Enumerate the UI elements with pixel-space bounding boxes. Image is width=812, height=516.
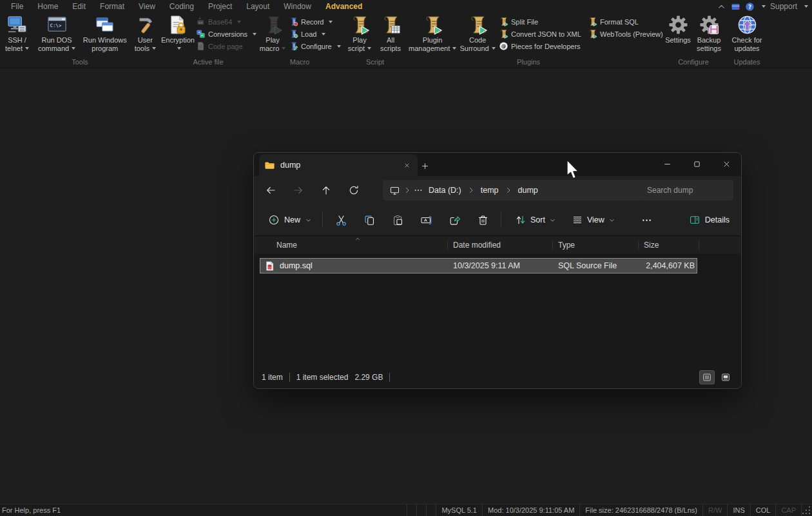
breadcrumb-dump[interactable]: dump: [514, 184, 542, 196]
run-dos-command-button[interactable]: Run DOScommand: [34, 13, 79, 54]
breadcrumb-ellipsis-icon[interactable]: [413, 185, 423, 195]
menu-item-advanced[interactable]: Advanced: [318, 0, 369, 13]
share-icon: [449, 214, 461, 226]
close-button[interactable]: [711, 153, 741, 175]
split-file-button[interactable]: Split File: [499, 15, 588, 28]
new-button[interactable]: New: [262, 210, 318, 230]
minimize-ribbon-icon[interactable]: [717, 2, 726, 12]
base64-button[interactable]: Base64: [196, 15, 256, 28]
column-header-type[interactable]: Type: [553, 240, 639, 250]
chevron-down-icon: [549, 217, 556, 224]
plugin-management-button[interactable]: Pluginmanagement: [407, 13, 458, 54]
minimize-button[interactable]: [652, 153, 682, 175]
all-scripts-button[interactable]: Allscripts: [375, 13, 406, 54]
breadcrumb[interactable]: Data (D:) temp dump: [383, 180, 642, 201]
menu-item-window[interactable]: Window: [276, 0, 318, 13]
details-view-toggle[interactable]: [699, 370, 715, 384]
encryption-button[interactable]: Encryption: [160, 13, 196, 54]
rename-button[interactable]: [412, 209, 440, 231]
cut-button[interactable]: [327, 209, 355, 231]
menu-item-format[interactable]: Format: [93, 0, 131, 13]
code-page-button[interactable]: Code page: [196, 40, 256, 52]
view-button[interactable]: View: [566, 210, 621, 230]
more-options-button[interactable]: [633, 209, 661, 231]
convert-json-icon: [499, 29, 508, 39]
play-macro-icon: [263, 15, 283, 35]
ribbon-customize-icon[interactable]: [731, 2, 740, 12]
convert-json-to-xml-button[interactable]: Convert JSON to XML: [499, 28, 588, 40]
play-script-button[interactable]: Playscript: [344, 13, 375, 54]
breadcrumb-drive[interactable]: Data (D:): [425, 184, 465, 196]
new-tab-button[interactable]: [418, 159, 432, 173]
column-header-size[interactable]: Size: [639, 240, 699, 250]
sort-button[interactable]: Sort: [509, 210, 562, 230]
menu-item-file[interactable]: File: [4, 0, 30, 13]
syntax-highlight-mode[interactable]: MySQL 5.1: [436, 504, 482, 516]
maximize-button[interactable]: [682, 153, 711, 175]
play-macro-button[interactable]: Playmacro: [256, 13, 289, 54]
file-size-status: File size: 2462316688/2478 (B/Lns): [579, 504, 702, 516]
configure-macro-button[interactable]: Configure: [289, 40, 341, 52]
share-button[interactable]: [440, 209, 469, 231]
file-row-selected[interactable]: dump.sql 10/3/2025 9:11 AM SQL Source Fi…: [260, 258, 697, 273]
chevron-down-icon: [305, 217, 312, 224]
help-hint: For Help, press F1: [0, 506, 61, 514]
menu-item-view[interactable]: View: [131, 0, 162, 13]
search-box[interactable]: [639, 180, 733, 201]
column-header-date-modified[interactable]: Date modified: [448, 240, 553, 250]
status-divider: [289, 373, 290, 382]
code-surround-button[interactable]: CodeSurround: [458, 13, 498, 54]
check-for-updates-button[interactable]: Check forupdates: [726, 13, 768, 54]
backup-settings-button[interactable]: Backupsettings: [693, 13, 724, 54]
webtools-preview-button[interactable]: WebTools (Preview): [588, 28, 660, 40]
help-icon[interactable]: [745, 2, 755, 12]
status-segment: [416, 504, 426, 516]
menu-item-project[interactable]: Project: [201, 0, 239, 13]
ellipsis-icon: [641, 214, 653, 226]
insert-mode-indicator[interactable]: INS: [727, 504, 749, 516]
file-list[interactable]: dump.sql 10/3/2025 9:11 AM SQL Source Fi…: [254, 253, 741, 366]
menu-item-home[interactable]: Home: [30, 0, 65, 13]
conversions-button[interactable]: Conversions: [196, 28, 256, 40]
support-menu[interactable]: Support: [770, 2, 797, 11]
settings-button[interactable]: Settings: [662, 13, 693, 45]
gear-icon: [668, 15, 688, 35]
resize-grip[interactable]: [801, 504, 812, 516]
trash-icon: [477, 214, 489, 226]
tab-close-button[interactable]: [401, 159, 412, 171]
refresh-button[interactable]: [343, 180, 365, 201]
details-pane-button[interactable]: Details: [689, 214, 730, 226]
column-mode-indicator[interactable]: COL: [750, 504, 776, 516]
format-sql-button[interactable]: Format SQL: [588, 15, 660, 28]
record-macro-button[interactable]: Record: [289, 15, 341, 28]
back-button[interactable]: [260, 180, 282, 201]
copy-button[interactable]: [355, 209, 383, 231]
pieces-for-developers-button[interactable]: Pieces for Developers: [499, 40, 588, 52]
scissors-icon: [335, 214, 347, 226]
delete-button[interactable]: [469, 209, 497, 231]
caps-lock-indicator[interactable]: CAP: [775, 504, 801, 516]
forward-button[interactable]: [287, 180, 309, 201]
play-script-icon: [350, 15, 370, 35]
search-input[interactable]: [639, 186, 742, 195]
support-caret-icon[interactable]: [804, 5, 808, 8]
read-write-indicator[interactable]: R/W: [702, 504, 727, 516]
up-button[interactable]: [315, 180, 337, 201]
ribbon-group-script: Playscript Allscripts Script: [344, 13, 406, 67]
breadcrumb-temp[interactable]: temp: [477, 184, 503, 196]
paste-button[interactable]: [383, 209, 412, 231]
quick-access-caret-icon[interactable]: [762, 5, 766, 8]
ribbon-group-active-file: Encryption Base64 Conversions Code page …: [160, 13, 256, 67]
menu-item-layout[interactable]: Layout: [239, 0, 276, 13]
menu-item-edit[interactable]: Edit: [65, 0, 93, 13]
ribbon-group-macro: Playmacro Record Load Configure Macro: [256, 13, 343, 67]
ribbon-group-label-script: Script: [344, 58, 406, 67]
large-icons-view-toggle[interactable]: [718, 370, 733, 384]
load-macro-button[interactable]: Load: [289, 28, 341, 40]
this-pc-icon[interactable]: [389, 185, 400, 196]
ssh-telnet-button[interactable]: SSH /telnet: [0, 13, 34, 54]
explorer-tab-dump[interactable]: dump: [259, 154, 418, 176]
run-windows-program-button[interactable]: Run Windowsprogram: [79, 13, 130, 54]
menu-item-coding[interactable]: Coding: [162, 0, 201, 13]
user-tools-button[interactable]: Usertools: [131, 13, 160, 54]
